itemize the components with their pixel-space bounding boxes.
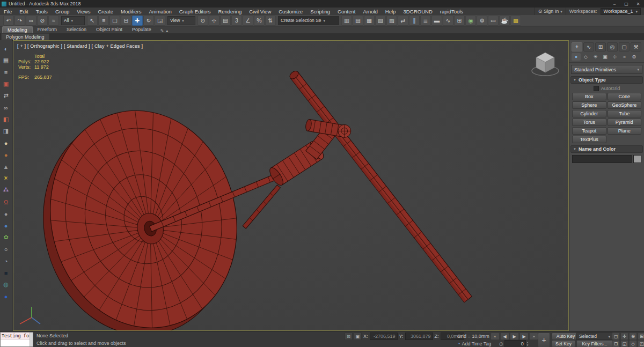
menu-item[interactable]: Animation (145, 9, 175, 14)
nav-button-maximize-viewport-toggle[interactable]: ◰ (638, 340, 644, 347)
category-icon-lights[interactable]: ☀ (591, 53, 600, 61)
primitive-button-cylinder[interactable]: Cylinder (572, 110, 606, 117)
menu-item[interactable]: Tools (32, 9, 52, 14)
panel-tab-utilities[interactable]: ⚒ (631, 42, 641, 51)
rail-icon-window-tool[interactable]: ◨ (1, 126, 11, 136)
ribbon-tab[interactable]: Freeform (33, 26, 62, 33)
rail-icon-list-tool[interactable]: ≡ (1, 67, 11, 77)
primitive-button-cone[interactable]: Cone (608, 93, 642, 100)
mini-toggle-absolute-offset-toggle[interactable]: ▣ (354, 333, 362, 340)
selection-filter-dropdown[interactable]: All▾ (61, 16, 85, 25)
rail-icon-blue-dot-tool[interactable]: ● (1, 291, 11, 301)
primitive-button-sphere[interactable]: Sphere (572, 101, 606, 109)
menu-item[interactable]: Views (73, 9, 94, 14)
rail-icon-cone-tool[interactable]: ▲ (1, 161, 11, 172)
menu-item[interactable]: Arnold (359, 9, 381, 14)
viewport-label[interactable]: [ + ] [ Orthographic ] [ Standard ] [ Cl… (17, 43, 143, 49)
key-filters-button[interactable]: Key Filters... (576, 340, 613, 347)
maximize-button[interactable]: ▢ (620, 0, 632, 8)
workspace-dropdown[interactable]: Workspace_1 ▾ (601, 8, 641, 15)
category-icon-geometry[interactable]: ● (572, 53, 581, 61)
category-icon-shapes[interactable]: ◇ (581, 53, 590, 61)
menu-item[interactable]: Civil View (245, 9, 275, 14)
toolbar-icon-render-setup[interactable]: ⚙ (477, 16, 487, 26)
nav-button-isolate-selection-toggle[interactable]: ◻ (612, 333, 620, 340)
nav-button-zoom[interactable]: ⊕ (629, 333, 637, 340)
toolbar-icon-mirror[interactable]: ⇄ (398, 16, 408, 26)
rail-icon-white-circle-tool[interactable]: ○ (1, 244, 11, 254)
rail-icon-gray-sphere-tool[interactable]: ● (1, 209, 11, 219)
pencil-icon[interactable]: ✎ (160, 28, 164, 33)
nav-button-zoom-all[interactable]: ⊞ (638, 333, 644, 340)
toolbar-icon-snaps-toggle[interactable]: 3 (231, 16, 242, 26)
rail-icon-color-cubes-tool[interactable]: ◧ (1, 114, 11, 124)
ribbon-tab[interactable]: Populate (127, 26, 156, 33)
primitive-button-torus[interactable]: Torus (572, 119, 606, 126)
category-icon-helpers[interactable]: ⊹ (610, 53, 619, 61)
toolbar-icon-select-and-rotate[interactable]: ↻ (143, 16, 154, 26)
viewport[interactable]: [ + ] [ Orthographic ] [ Standard ] [ Cl… (13, 40, 569, 331)
menu-item[interactable]: Rendering (214, 9, 245, 14)
toolbar-icon-select-and-manipulate[interactable]: ⊹ (209, 16, 219, 26)
toolbar-icon-use-pivot-point-center[interactable]: ⊙ (197, 16, 208, 26)
rail-icon-dark-toggle[interactable]: ■ (1, 268, 11, 278)
toolbar-icon-edit-named-selection-sets[interactable]: ▥ (341, 16, 352, 26)
primitive-button-box[interactable]: Box (572, 93, 606, 100)
ribbon-tab[interactable]: Object Paint (91, 26, 127, 33)
listener-line[interactable]: Testing for (1, 333, 33, 340)
menu-item[interactable]: 3DGROUND (399, 9, 436, 14)
toolbar-icon-unlink-selection[interactable]: ⊘ (37, 16, 48, 26)
autogrid-checkbox[interactable] (594, 86, 599, 91)
rail-icon-copper-sphere-tool[interactable]: ● (1, 150, 11, 160)
menu-item[interactable]: Scripting (306, 9, 334, 14)
x-coordinate-field[interactable]: -2706,519 (370, 333, 398, 340)
menu-item[interactable]: Create (94, 9, 117, 14)
panel-tab-create[interactable]: + (572, 42, 582, 51)
menu-item[interactable]: Edit (16, 9, 32, 14)
reference-coordinate-dropdown[interactable]: View▾ (167, 16, 195, 25)
rail-icon-scatter-tool[interactable]: ⁂ (1, 185, 11, 195)
playback-button-go-to-start[interactable]: « (491, 333, 500, 340)
toolbar-icon-material-editor[interactable]: ◉ (465, 16, 476, 26)
toolbar-icon-spinner-snap-toggle[interactable]: ⇅ (265, 16, 276, 26)
toolbar-icon-sheet-a[interactable]: ▦ (364, 16, 375, 26)
toolbar-icon-select-and-scale[interactable]: ◲ (155, 16, 165, 26)
panel-tab-modify[interactable]: ∿ (583, 42, 594, 51)
primitive-category-dropdown[interactable]: Standard Primitives ▾ (571, 65, 642, 74)
ribbon-tab[interactable]: Selection (62, 26, 91, 33)
rail-icon-grid-tool[interactable]: ▦ (1, 55, 11, 65)
listener-scrollbar[interactable] (30, 333, 33, 346)
menu-item[interactable]: Modifiers (117, 9, 145, 14)
rail-icon-swap-tool[interactable]: ⇄ (1, 91, 11, 101)
menu-item[interactable]: File (0, 9, 16, 14)
rail-icon-red-box-tool[interactable]: ▣ (1, 79, 11, 89)
primitive-button-plane[interactable]: Plane (608, 127, 642, 135)
toolbar-icon-rectangular-selection-region[interactable]: ▢ (109, 16, 120, 26)
toolbar-icon-align[interactable]: ∥ (409, 16, 420, 26)
named-selection-set-field[interactable]: Create Selection Se▾ (278, 16, 339, 25)
sign-in-button[interactable]: ⊙ Sign In ▾ (535, 8, 566, 15)
toolbar-icon-sheet-c[interactable]: ▨ (386, 16, 397, 26)
toolbar-icon-toggle-layer-explorer[interactable]: ≣ (420, 16, 431, 26)
category-icon-space-warps[interactable]: ≈ (620, 53, 629, 61)
rail-icon-scene-explorer[interactable]: ◐ (1, 43, 11, 54)
toolbar-icon-curve-editor[interactable]: ∿ (443, 16, 453, 26)
object-name-input[interactable] (572, 155, 632, 163)
nav-button-zoom-region[interactable]: ◱ (620, 340, 628, 347)
viewcube[interactable] (530, 47, 562, 79)
toolbar-icon-redo[interactable]: ↷ (14, 16, 25, 26)
key-filter-set-dropdown[interactable]: Selected ▾ (576, 333, 613, 340)
auto-key-button[interactable]: Auto Key (552, 333, 580, 340)
rail-icon-sun-tool[interactable]: ☀ (1, 173, 11, 183)
toolbar-icon-custom-script[interactable]: ▩ (510, 16, 521, 26)
rail-icon-blue-sphere-tool[interactable]: ● (1, 220, 11, 231)
primitive-button-teapot[interactable]: Teapot (572, 127, 606, 135)
panel-tab-display[interactable]: ▢ (619, 42, 630, 51)
nav-button-pan-view[interactable]: ✛ (620, 333, 628, 340)
toolbar-icon-render-production[interactable]: ☕ (499, 16, 510, 26)
set-keys-button[interactable]: + (538, 333, 550, 347)
y-coordinate-field[interactable]: 3061,879 (405, 333, 433, 340)
add-time-tag[interactable]: ◔ Add Time Tag (457, 341, 491, 346)
toolbar-icon-select-and-link[interactable]: ∞ (26, 16, 36, 26)
primitive-button-pyramid[interactable]: Pyramid (608, 119, 642, 126)
